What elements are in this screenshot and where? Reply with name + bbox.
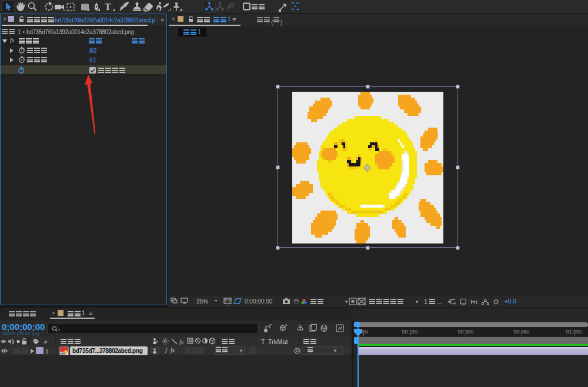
svg-text:25%: 25% [196,298,208,305]
svg-text:0;00;00;00: 0;00;00;00 [245,298,273,305]
svg-text:T: T [105,2,111,12]
svg-text:#: # [44,339,47,345]
svg-text:fx: fx [179,339,184,345]
